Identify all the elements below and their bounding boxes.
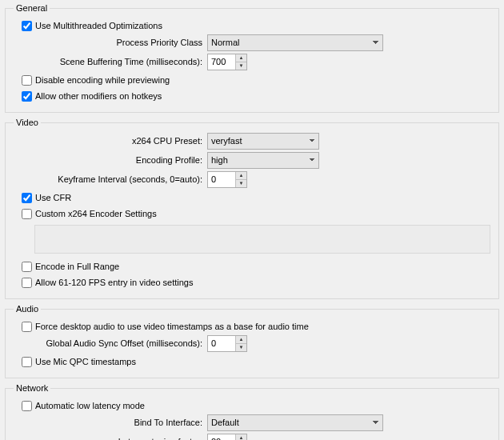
audio-legend: Audio [14, 304, 41, 314]
allow-fps-checkbox[interactable] [22, 278, 32, 288]
custom-x264-checkbox[interactable] [22, 209, 32, 219]
encode-full-range-label: Encode in Full Range [35, 262, 119, 271]
spinner-up-icon[interactable]: ▲ [236, 434, 246, 441]
latency-factor-spinner[interactable]: ▲ ▼ [207, 434, 247, 441]
encode-full-range-checkbox[interactable] [22, 262, 32, 272]
spinner-down-icon[interactable]: ▼ [236, 62, 246, 70]
keyframe-label: Keyframe Interval (seconds, 0=auto): [14, 174, 207, 184]
auto-low-latency-label: Automatic low latency mode [35, 401, 145, 410]
priority-class-label: Process Priority Class [14, 38, 207, 47]
scene-buffer-input[interactable] [208, 54, 235, 70]
general-group: General Use Multithreaded Optimizations … [5, 3, 499, 113]
force-desktop-checkbox[interactable] [22, 322, 32, 332]
scene-buffer-label: Scene Buffering Time (milliseconds): [14, 57, 207, 66]
custom-x264-textarea [34, 225, 490, 254]
auto-low-latency-checkbox[interactable] [22, 401, 32, 411]
latency-factor-input[interactable] [208, 434, 235, 441]
use-mic-qpc-checkbox[interactable] [22, 357, 32, 367]
use-cfr-checkbox[interactable] [22, 193, 32, 203]
keyframe-input[interactable] [208, 172, 235, 187]
bind-interface-select[interactable]: Default [207, 414, 383, 431]
scene-buffer-spinner[interactable]: ▲ ▼ [207, 54, 247, 70]
cpu-preset-label: x264 CPU Preset: [14, 136, 207, 146]
cpu-preset-select[interactable]: veryfast [207, 133, 319, 150]
spinner-up-icon[interactable]: ▲ [236, 54, 246, 62]
allow-modifiers-label: Allow other modifiers on hotkeys [35, 91, 162, 101]
keyframe-spinner[interactable]: ▲ ▼ [207, 171, 247, 188]
general-legend: General [14, 3, 50, 13]
use-multithreaded-checkbox[interactable] [22, 21, 32, 31]
global-offset-spinner[interactable]: ▲ ▼ [207, 335, 247, 352]
video-group: Video x264 CPU Preset: veryfast Encoding… [5, 118, 499, 299]
use-mic-qpc-label: Use Mic QPC timestamps [35, 357, 136, 366]
allow-fps-label: Allow 61-120 FPS entry in video settings [35, 278, 194, 287]
network-legend: Network [14, 383, 50, 393]
spinner-up-icon[interactable]: ▲ [236, 172, 246, 180]
bind-interface-label: Bind To Interface: [14, 418, 207, 427]
disable-encoding-label: Disable encoding while previewing [35, 75, 170, 85]
network-group: Network Automatic low latency mode Bind … [5, 383, 499, 440]
spinner-down-icon[interactable]: ▼ [236, 180, 246, 187]
use-cfr-label: Use CFR [35, 193, 71, 202]
encoding-profile-select[interactable]: high [207, 152, 319, 169]
custom-x264-label: Custom x264 Encoder Settings [35, 209, 157, 218]
global-offset-input[interactable] [208, 336, 235, 351]
audio-group: Audio Force desktop audio to use video t… [5, 304, 499, 378]
spinner-down-icon[interactable]: ▼ [236, 344, 246, 351]
latency-factor-label: Latency tuning factor: [14, 437, 207, 440]
disable-encoding-checkbox[interactable] [22, 75, 32, 86]
video-legend: Video [14, 118, 41, 127]
use-multithreaded-label: Use Multithreaded Optimizations [35, 21, 162, 30]
priority-class-select[interactable]: Normal [207, 34, 383, 51]
force-desktop-label: Force desktop audio to use video timesta… [35, 322, 309, 331]
encoding-profile-label: Encoding Profile: [14, 155, 207, 165]
spinner-up-icon[interactable]: ▲ [236, 336, 246, 344]
global-offset-label: Global Audio Sync Offset (milliseconds): [14, 338, 207, 348]
allow-modifiers-checkbox[interactable] [22, 91, 32, 102]
